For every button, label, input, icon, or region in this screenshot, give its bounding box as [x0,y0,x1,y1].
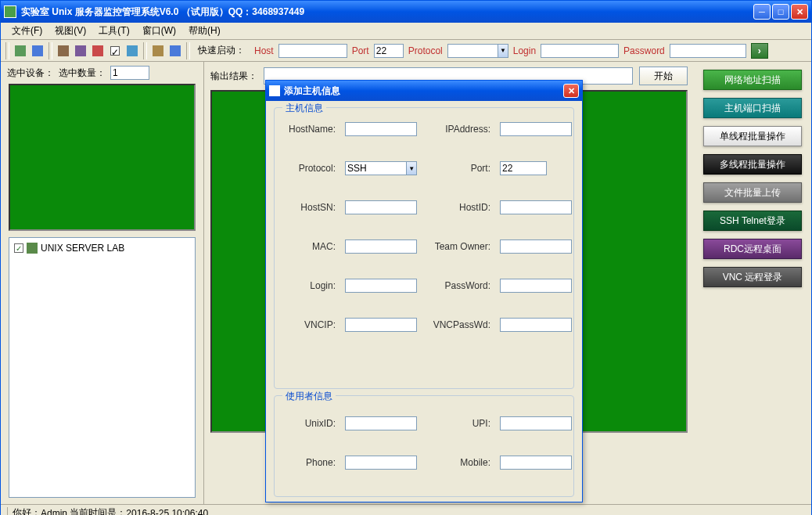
hostname-label: HostName: [279,124,336,135]
protocol-field-input[interactable] [345,161,406,175]
minimize-button[interactable]: ─ [753,4,771,20]
selected-count-input[interactable] [110,66,149,80]
protocol-label: Protocol [408,45,443,56]
host-info-group: 主机信息 HostName: IPAddress: Protocol: ▼ Po… [274,107,574,389]
ipaddress-label: IPAddress: [426,124,490,135]
hostsn-input[interactable] [345,200,417,214]
tool-icon-7[interactable] [124,43,140,59]
tool-icon-8[interactable] [150,43,166,59]
password-label: Password [623,45,665,56]
batch-upload-button[interactable]: 文件批量上传 [703,182,802,203]
scan-network-button[interactable]: 网络地址扫描 [703,70,802,90]
unixid-input[interactable] [345,416,417,430]
chevron-down-icon[interactable]: ▼ [406,161,417,175]
unixid-label: UnixID: [279,418,336,429]
status-time: 2016-8-25 10:06:40 [126,508,208,516]
password-field-label: PassWord: [426,280,490,291]
protocol-combo[interactable]: ▼ [447,44,508,58]
login-field-label: Login: [279,280,336,291]
quick-go-button[interactable]: › [751,43,768,59]
rdc-button[interactable]: RDC远程桌面 [703,239,802,259]
menubar: 文件(F) 视图(V) 工具(T) 窗口(W) 帮助(H) [1,23,811,40]
maximize-button[interactable]: □ [772,4,789,20]
menu-view[interactable]: 视图(V) [49,23,92,39]
titlebar: 实验室 Unix 服务器监控管理系统V6.0 （试用版）QQ：346893744… [1,1,811,23]
port-field-input[interactable] [500,161,547,175]
left-pane: 选中设备： 选中数量： ✓ UNIX SERVER LAB [1,62,204,504]
tool-icon-3[interactable] [56,43,71,59]
port-label: Port [352,45,369,56]
mobile-input[interactable] [500,456,572,470]
main-window: 实验室 Unix 服务器监控管理系统V6.0 （试用版）QQ：346893744… [0,0,812,515]
menu-window[interactable]: 窗口(W) [136,23,182,39]
login-field-input[interactable] [345,279,417,293]
mobile-label: Mobile: [426,457,490,468]
mac-input[interactable] [345,239,417,254]
dialog-icon [269,85,280,96]
tree-root-label: UNIX SERVER LAB [41,243,124,254]
menu-tools[interactable]: 工具(T) [92,23,135,39]
phone-label: Phone: [279,457,336,468]
hostid-label: HostID: [426,202,490,213]
menu-help[interactable]: 帮助(H) [182,23,227,39]
tool-icon-6[interactable]: ✓ [107,43,123,59]
login-label: Login [513,45,536,56]
multi-thread-batch-button[interactable]: 多线程批量操作 [703,154,802,175]
user-info-group: 使用者信息 UnixID: UPI: Phone: Mobile: [274,395,574,497]
vncip-input[interactable] [345,318,417,332]
scan-ports-button[interactable]: 主机端口扫描 [703,98,802,118]
vnc-button[interactable]: VNC 远程登录 [703,267,802,287]
login-input[interactable] [541,44,619,58]
password-input[interactable] [670,44,746,58]
device-preview [9,84,196,231]
mac-label: MAC: [279,241,336,252]
status-time-label: 当前时间是： [70,506,126,515]
app-icon [4,5,16,18]
host-info-legend: 主机信息 [282,102,326,115]
status-user: Admin [41,508,67,516]
tool-icon-2[interactable] [30,43,45,59]
menu-file[interactable]: 文件(F) [5,23,49,39]
protocol-field-label: Protocol: [279,163,336,174]
host-label: Host [254,45,274,56]
upi-label: UPI: [426,418,490,429]
quick-launch-label: 快速启动： [198,44,245,57]
vncpasswd-input[interactable] [500,318,572,332]
ipaddress-input[interactable] [500,122,572,136]
host-input[interactable] [278,44,347,58]
protocol-field-combo[interactable]: ▼ [345,161,417,175]
action-panel: 网络地址扫描 主机端口扫描 单线程批量操作 多线程批量操作 文件批量上传 SSH… [694,62,811,504]
phone-input[interactable] [345,456,417,470]
device-tree[interactable]: ✓ UNIX SERVER LAB [9,237,196,498]
chevron-down-icon[interactable]: ▼ [498,44,508,58]
start-button[interactable]: 开始 [639,67,688,85]
tool-icon-1[interactable] [13,43,28,59]
tree-checkbox[interactable]: ✓ [14,243,23,253]
tool-icon-9[interactable] [167,43,183,59]
dialog-titlebar: 添加主机信息 ✕ [266,81,582,101]
dialog-close-button[interactable]: ✕ [563,84,579,98]
close-button[interactable]: ✕ [791,4,808,20]
hostid-input[interactable] [500,200,572,214]
window-title: 实验室 Unix 服务器监控管理系统V6.0 （试用版）QQ：346893744… [21,5,753,19]
hostname-input[interactable] [345,122,417,136]
server-icon [27,243,38,254]
tree-root-item[interactable]: ✓ UNIX SERVER LAB [13,241,192,255]
tool-icon-4[interactable] [73,43,88,59]
ssh-telnet-button[interactable]: SSH Telnet登录 [703,211,802,231]
tool-icon-5[interactable] [90,43,106,59]
upi-input[interactable] [500,416,572,430]
teamowner-input[interactable] [500,239,572,254]
password-field-input[interactable] [500,279,572,293]
single-thread-batch-button[interactable]: 单线程批量操作 [703,126,802,146]
vncip-label: VNCIP: [279,319,336,330]
status-hello: 你好： [13,506,41,515]
output-label: 输出结果： [210,70,257,83]
teamowner-label: Team Owner: [426,241,490,252]
toolbar: ✓ 快速启动： Host Port Protocol ▼ Login Passw… [1,40,811,62]
dialog-title: 添加主机信息 [284,85,563,98]
user-info-legend: 使用者信息 [282,390,336,403]
port-input[interactable] [374,44,404,58]
selected-count-label: 选中数量： [59,67,106,80]
selected-device-label: 选中设备： [7,67,54,80]
